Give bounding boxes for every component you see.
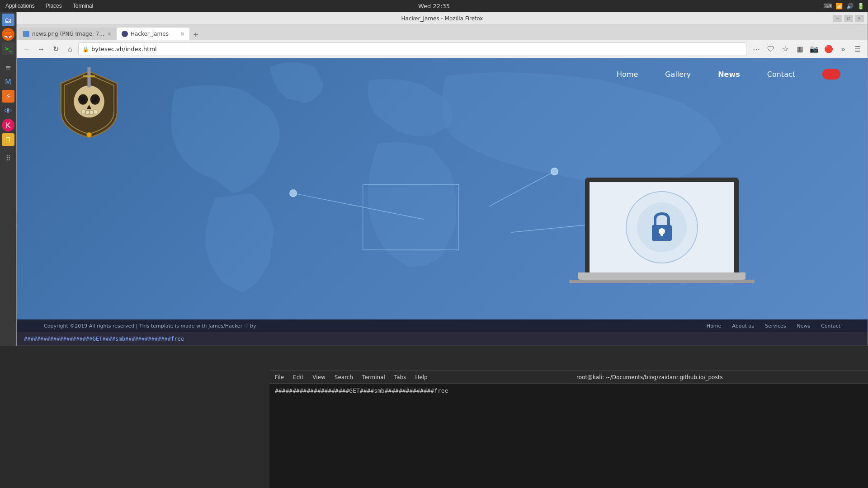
terminal-content[interactable]: #####################GET####smb#########… [269,384,868,488]
lock-circle-inner [637,202,687,252]
nav-bar: ← → ↻ ⌂ 🔒 bytesec.vh/index.html ⋯ 🛡 ☆ ▦ … [17,40,868,58]
taskbar-files-icon[interactable]: 🗂 [2,14,14,26]
taskbar-kali-icon[interactable]: K [2,119,14,131]
browser-window: Hacker_James - Mozilla Firefox − □ × new… [16,12,868,346]
footer-link-home[interactable]: Home [707,323,721,329]
more-options-button[interactable]: ⋯ [750,43,763,56]
sidebar-toggle[interactable]: ▦ [793,43,806,56]
terminal-edit-menu[interactable]: Edit [293,374,303,380]
terminal-file-menu[interactable]: File [275,374,284,380]
taskbar-apps-icon[interactable]: ⠿ [2,152,14,164]
battery-icon: 🔋 [857,3,864,9]
nav-red-button[interactable] [822,69,840,80]
minimize-button[interactable]: − [833,15,842,22]
system-clock: Wed 22:35 [418,3,450,9]
nav-home[interactable]: Home [617,70,638,79]
tab-png[interactable]: news.png (PNG Image, 7... × [19,28,116,40]
shield-logo-svg [53,67,125,140]
svg-rect-12 [82,110,85,114]
nav-right-controls: ⋯ 🛡 ☆ ▦ 📷 🔴 » ☰ [750,43,864,56]
taskbar-notes-icon[interactable]: 🗒 [2,133,14,146]
terminal-view-menu[interactable]: View [312,374,325,380]
hamburger-button[interactable]: ☰ [851,43,864,56]
places-menu[interactable]: Places [44,3,64,9]
terminal-output: #####################GET####smb#########… [275,387,448,394]
system-bar: Applications Places Terminal Wed 22:35 ⌨… [0,0,868,12]
site-logo [53,67,125,140]
nav-contact[interactable]: Contact [767,70,795,79]
svg-rect-14 [90,110,93,115]
close-button[interactable]: × [855,15,864,22]
taskbar-mail-icon[interactable]: M [2,75,14,88]
tab-png-icon [23,31,29,37]
url-text: bytesec.vh/index.html [91,46,157,52]
system-tray: ⌨ 📶 🔊 🔋 [823,3,864,9]
screenshot-button[interactable]: 📷 [808,43,821,56]
new-tab-button[interactable]: + [190,29,201,40]
volume-icon: 🔊 [846,3,854,9]
taskbar-terminal-icon[interactable]: >_ [2,42,14,55]
taskbar-sidebar: 🗂 🦊 >_ ≡ M ⚡ 👁 K 🗒 ⠿ [0,12,16,346]
laptop-base [578,272,745,280]
overflow-button[interactable]: » [837,43,849,56]
terminal-search-menu[interactable]: Search [335,374,353,380]
tab-png-close[interactable]: × [107,31,112,37]
tab-bar: news.png (PNG Image, 7... × Hacker_James… [17,25,868,40]
website-footer: Copyright ©2019 All rights reserved | Th… [17,319,868,332]
forward-button[interactable]: → [35,43,47,56]
tab-hacker-label: Hacker_James [131,31,169,37]
footer-link-services[interactable]: Services [765,323,786,329]
reload-button[interactable]: ↻ [49,43,62,56]
tab-hacker-close[interactable]: × [180,31,185,37]
padlock-icon [648,211,675,243]
system-bar-left: Applications Places Terminal [4,3,95,9]
tab-hacker-icon [122,31,128,37]
laptop-illustration [585,178,755,283]
taskbar-separator-2 [2,149,15,149]
terminal-panel: File Edit View Search Terminal Tabs Help… [269,371,868,488]
applications-menu[interactable]: Applications [4,3,37,9]
laptop-screen [585,178,739,272]
page-nav: Home Gallery News Contact [17,58,868,90]
status-text: #####################GET####smb#########… [24,336,184,342]
terminal-menu[interactable]: Terminal [71,3,95,9]
extensions-button[interactable]: 🔴 [822,43,835,56]
terminal-title-bar: File Edit View Search Terminal Tabs Help… [269,371,868,384]
back-button[interactable]: ← [20,43,33,56]
terminal-tabs-menu[interactable]: Tabs [394,374,406,380]
svg-point-10 [80,96,85,103]
svg-rect-16 [87,67,90,87]
title-bar: Hacker_James - Mozilla Firefox − □ × [17,12,868,25]
svg-point-18 [87,132,92,137]
browser-title: Hacker_James - Mozilla Firefox [401,15,483,22]
terminal-help-menu[interactable]: Help [415,374,427,380]
taskbar-eye-icon[interactable]: 👁 [2,104,14,117]
taskbar-menu-icon[interactable]: ≡ [2,61,14,74]
tab-hacker[interactable]: Hacker_James × [117,28,189,40]
svg-rect-21 [660,231,663,236]
network-icon: 📶 [835,3,843,9]
taskbar-burp-icon[interactable]: ⚡ [2,90,14,103]
terminal-terminal-menu[interactable]: Terminal [362,374,385,380]
home-button[interactable]: ⌂ [64,43,76,56]
url-bar[interactable]: 🔒 bytesec.vh/index.html [78,42,746,56]
taskbar-firefox-icon[interactable]: 🦊 [2,28,14,41]
svg-rect-13 [86,110,89,115]
nav-gallery[interactable]: Gallery [665,70,691,79]
nav-news[interactable]: News [718,70,740,79]
footer-link-news[interactable]: News [797,323,810,329]
bookmark-button[interactable]: ☆ [779,43,792,56]
footer-link-about[interactable]: About us [732,323,754,329]
svg-rect-15 [94,110,97,114]
page-nav-items: Home Gallery News Contact [617,69,840,80]
footer-links: Home About us Services News Contact [707,323,840,329]
lock-circle-outer [626,191,698,263]
maximize-button[interactable]: □ [844,15,853,22]
keyboard-icon: ⌨ [823,3,832,9]
shield-button[interactable]: 🛡 [764,43,777,56]
laptop-stand [569,280,755,283]
svg-rect-17 [83,75,95,77]
taskbar-separator [2,58,15,58]
footer-link-contact[interactable]: Contact [821,323,840,329]
window-controls: − □ × [833,15,864,22]
